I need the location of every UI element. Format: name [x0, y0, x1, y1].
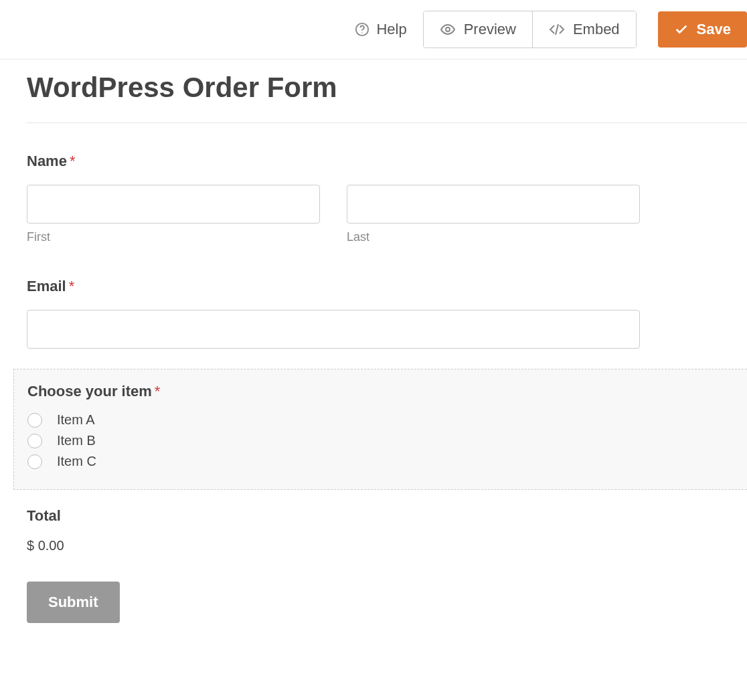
last-name-col: Last — [347, 185, 640, 244]
last-name-input[interactable] — [347, 185, 640, 224]
total-value: $ 0.00 — [27, 538, 747, 553]
name-label-text: Name — [27, 153, 67, 169]
svg-point-1 — [362, 32, 363, 33]
required-asterisk: * — [155, 383, 161, 400]
radio-label: Item A — [57, 412, 95, 428]
first-name-input[interactable] — [27, 185, 320, 224]
radio-label: Item C — [57, 454, 96, 469]
radio-item-a[interactable]: Item A — [27, 412, 747, 428]
choose-item-label: Choose your item* — [27, 383, 747, 400]
help-button[interactable]: Help — [355, 21, 406, 38]
radio-item-b[interactable]: Item B — [27, 433, 747, 448]
choose-item-field[interactable]: Choose your item* Item A Item B Item C — [13, 369, 747, 490]
svg-point-2 — [446, 27, 450, 31]
help-label: Help — [376, 21, 406, 38]
embed-button[interactable]: Embed — [532, 11, 636, 48]
radio-item-c[interactable]: Item C — [27, 454, 747, 469]
check-icon — [674, 22, 689, 37]
first-name-col: First — [27, 185, 320, 244]
preview-embed-group: Preview Embed — [423, 11, 637, 48]
required-asterisk: * — [70, 153, 76, 169]
svg-line-3 — [556, 24, 558, 35]
embed-label: Embed — [573, 21, 620, 38]
form-builder-content: WordPress Order Form Name* First Last Em… — [0, 60, 747, 623]
save-button[interactable]: Save — [658, 11, 747, 48]
radio-list: Item A Item B Item C — [27, 412, 747, 469]
email-field: Email* — [27, 278, 747, 349]
form-title: WordPress Order Form — [27, 72, 747, 104]
email-label-text: Email — [27, 278, 66, 294]
first-name-sublabel: First — [27, 230, 320, 244]
submit-button[interactable]: Submit — [27, 582, 120, 623]
last-name-sublabel: Last — [347, 230, 640, 244]
eye-icon — [440, 21, 456, 37]
email-input[interactable] — [27, 310, 640, 349]
radio-icon[interactable] — [27, 413, 42, 428]
name-label: Name* — [27, 153, 747, 170]
total-field: Total $ 0.00 — [27, 507, 747, 553]
email-label: Email* — [27, 278, 747, 295]
toolbar: Help Preview Embed — [0, 0, 747, 60]
preview-button[interactable]: Preview — [424, 11, 532, 48]
choose-item-label-text: Choose your item — [27, 383, 152, 400]
radio-label: Item B — [57, 433, 96, 448]
name-inputs: First Last — [27, 185, 747, 244]
radio-icon[interactable] — [27, 454, 42, 469]
save-label: Save — [697, 21, 731, 38]
radio-icon[interactable] — [27, 434, 42, 448]
name-field: Name* First Last — [27, 153, 747, 244]
divider — [27, 122, 747, 123]
total-label: Total — [27, 507, 747, 525]
preview-label: Preview — [464, 21, 516, 38]
code-icon — [549, 21, 565, 37]
help-icon — [355, 22, 369, 37]
required-asterisk: * — [69, 278, 75, 294]
